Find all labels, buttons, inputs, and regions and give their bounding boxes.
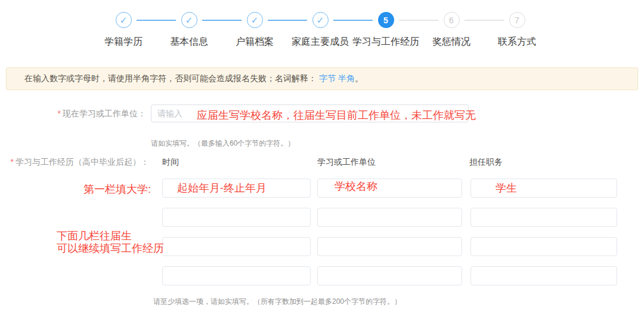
annotation-line-2: 可以继续填写工作经历: [57, 242, 164, 254]
experience-label-text: 学习与工作经历（高中毕业后起）：: [16, 157, 149, 167]
notice-suffix: 。: [355, 73, 363, 84]
experience-unit-input-1[interactable]: 学校名称: [317, 178, 462, 198]
experience-time-input-4[interactable]: [162, 266, 311, 285]
step-label: 户籍档案: [236, 36, 274, 48]
step-connector: [465, 20, 504, 21]
annotation-first-row-note: 第一栏填大学:: [83, 182, 151, 196]
experience-unit-input-4[interactable]: [317, 266, 462, 285]
experience-time-input-3[interactable]: [162, 237, 311, 256]
step-4-jiating-chengyuan[interactable]: ✓ 家庭主要成员: [287, 12, 353, 48]
check-icon: ✓: [181, 12, 197, 28]
experience-row-2: [162, 208, 617, 227]
experience-row-1: 起始年月-终止年月 学校名称 学生: [162, 178, 617, 198]
annotation-position-example: 学生: [471, 181, 517, 195]
step-label: 奖惩情况: [432, 36, 470, 48]
experience-column-headers: 时间 学习或工作单位 担任职务: [162, 157, 503, 168]
step-connector: [268, 20, 307, 21]
step-3-huji-dangan[interactable]: ✓ 户籍档案: [222, 12, 287, 48]
column-header-unit: 学习或工作单位: [317, 157, 469, 168]
experience-time-input-1[interactable]: 起始年月-终止年月: [162, 178, 311, 198]
step-5-xuexi-gongzuo-jingli[interactable]: 5 学习与工作经历: [353, 12, 419, 48]
experience-unit-input-2[interactable]: [317, 208, 462, 227]
step-7-lianxi-fangshi[interactable]: 7 联系方式: [484, 12, 550, 48]
experience-time-input-2[interactable]: [162, 208, 311, 227]
step-connector: [202, 20, 242, 21]
step-1-xueji-xueli[interactable]: ✓ 学籍学历: [91, 12, 156, 48]
annotation-below-rows-note: 下面几栏往届生可以继续填写工作经历: [57, 230, 176, 255]
experience-helper-text: 请至少填选一项，请如实填写。（所有字数加到一起最多200个字节的字符。）: [153, 297, 401, 307]
step-number: 7: [509, 12, 525, 28]
experience-position-input-2[interactable]: [470, 208, 617, 227]
check-icon: ✓: [247, 12, 263, 28]
current-unit-label-text: 现在学习或工作单位：: [63, 109, 146, 118]
wizard-stepper: ✓ 学籍学历 ✓ 基本信息 ✓ 户籍档案 ✓ 家庭主要成员 5 学习与工作经历 …: [91, 12, 550, 48]
step-label: 联系方式: [498, 36, 536, 48]
step-2-jiben-xinxi[interactable]: ✓ 基本信息: [156, 12, 222, 48]
step-label: 基本信息: [170, 36, 208, 48]
registration-form-page: ✓ 学籍学历 ✓ 基本信息 ✓ 户籍档案 ✓ 家庭主要成员 5 学习与工作经历 …: [0, 0, 644, 317]
annotation-current-unit-note: 应届生写学校名称，往届生写目前工作单位，未工作就写无: [197, 108, 476, 122]
annotation-line-1: 下面几栏往届生: [57, 230, 132, 242]
column-header-position: 担任职务: [469, 157, 503, 168]
current-unit-helper-text: 请如实填写。（最多输入60个字节的字符。）: [151, 139, 295, 149]
current-unit-label: *现在学习或工作单位：: [0, 104, 146, 122]
step-number: 5: [378, 12, 394, 28]
required-asterisk: *: [58, 109, 61, 118]
experience-position-input-3[interactable]: [470, 237, 617, 256]
experience-row-4: [162, 266, 617, 285]
step-number: 6: [444, 12, 460, 28]
required-asterisk: *: [11, 157, 14, 167]
experience-label: *学习与工作经历（高中毕业后起）：: [0, 157, 149, 168]
step-label: 学习与工作经历: [352, 36, 419, 48]
notice-text: 在输入数字或字母时，请使用半角字符，否则可能会造成报名失败；名词解释：: [24, 73, 317, 84]
link-byte-definition[interactable]: 字节: [319, 73, 336, 84]
step-6-jiangcheng-qingkuang[interactable]: 6 奖惩情况: [419, 12, 484, 48]
column-header-time: 时间: [162, 157, 317, 168]
experience-unit-input-3[interactable]: [317, 237, 462, 256]
check-icon: ✓: [116, 12, 132, 28]
experience-position-input-4[interactable]: [470, 266, 617, 285]
check-icon: ✓: [312, 12, 329, 28]
step-label: 家庭主要成员: [292, 36, 349, 48]
experience-position-input-1[interactable]: 学生: [470, 178, 617, 198]
step-connector: [333, 20, 373, 21]
step-connector: [399, 20, 438, 21]
step-label: 学籍学历: [104, 36, 143, 48]
halfwidth-warning-notice: 在输入数字或字母时，请使用半角字符，否则可能会造成报名失败；名词解释：字节半角。: [6, 67, 638, 90]
step-connector: [137, 20, 176, 21]
experience-row-3: [162, 237, 617, 256]
annotation-unit-example: 学校名称: [318, 179, 377, 193]
annotation-time-example: 起始年月-终止年月: [163, 181, 267, 195]
experience-table: 起始年月-终止年月 学校名称 学生: [162, 178, 617, 296]
link-halfwidth-definition[interactable]: 半角: [338, 73, 355, 84]
